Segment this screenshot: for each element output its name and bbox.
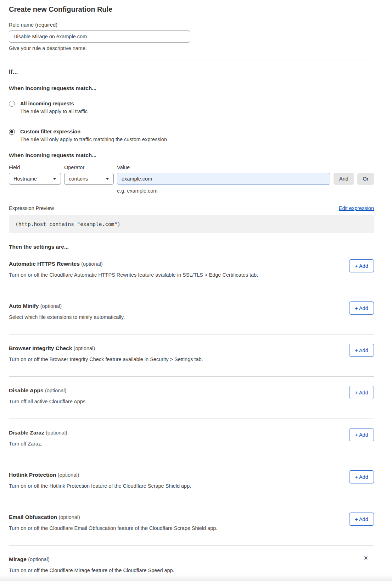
setting-name: Auto Minify xyxy=(9,303,40,309)
create-configuration-rule-form: Create new Configuration Rule Rule name … xyxy=(0,0,392,581)
setting-description: Turn on or off the Browser Integrity Che… xyxy=(9,356,374,363)
match-type-radio-group: All incoming requests The rule will appl… xyxy=(9,100,374,143)
operator-select-value: contains xyxy=(69,176,88,182)
setting-row: Disable Apps (optional) Turn off all act… xyxy=(9,377,374,419)
setting-name: Email Obfuscation xyxy=(9,514,58,520)
chevron-down-icon xyxy=(53,178,56,180)
setting-name: Mirage xyxy=(9,556,28,562)
add-setting-button[interactable]: + Add xyxy=(349,259,374,272)
setting-description: Turn on or off the Cloudflare Automatic … xyxy=(9,272,374,278)
setting-row: Email Obfuscation (optional) Turn on or … xyxy=(9,503,374,546)
expression-preview-code: (http.host contains "example.com") xyxy=(9,215,374,233)
setting-row: Auto Minify (optional) Select which file… xyxy=(9,292,374,334)
edit-expression-link[interactable]: Edit expression xyxy=(339,205,374,211)
radio-button-icon[interactable] xyxy=(9,101,15,107)
rule-name-helper: Give your rule a descriptive name. xyxy=(9,45,374,51)
expression-preview-header: Expression Preview Edit expression xyxy=(9,205,374,211)
setting-row: Browser Integrity Check (optional) Turn … xyxy=(9,334,374,377)
setting-description: Turn on or off the Cloudflare Mirage fea… xyxy=(9,567,374,574)
setting-name: Disable Apps xyxy=(9,387,45,393)
operator-label: Operator xyxy=(64,165,114,170)
setting-optional-suffix: (optional) xyxy=(45,388,66,393)
or-button[interactable]: Or xyxy=(357,173,374,185)
radio-label: Custom filter expression xyxy=(20,128,167,135)
field-select[interactable]: Hostname xyxy=(9,173,61,185)
add-setting-button[interactable]: + Add xyxy=(349,386,374,399)
setting-optional-suffix: (optional) xyxy=(28,557,49,562)
add-setting-button[interactable]: + Add xyxy=(349,301,374,315)
add-setting-button[interactable]: + Add xyxy=(349,513,374,526)
add-setting-button[interactable]: + Add xyxy=(349,344,374,357)
setting-optional-suffix: (optional) xyxy=(40,303,62,309)
and-button[interactable]: And xyxy=(334,173,354,185)
rule-name-label: Rule name (required) xyxy=(9,22,374,28)
settings-heading: Then the settings are... xyxy=(9,244,374,250)
field-label: Field xyxy=(9,165,61,170)
setting-description: Turn off Zaraz. xyxy=(9,441,374,447)
radio-all-incoming-requests[interactable]: All incoming requests The rule will appl… xyxy=(9,100,374,115)
setting-optional-suffix: (optional) xyxy=(58,514,80,520)
setting-description: Turn on or off the Cloudflare Email Obfu… xyxy=(9,525,374,532)
page-title: Create new Configuration Rule xyxy=(9,5,374,14)
setting-row: Hotlink Protection (optional) Turn on or… xyxy=(9,461,374,503)
setting-name: Disable Zaraz xyxy=(9,430,46,436)
section-divider xyxy=(9,61,374,61)
if-heading: If... xyxy=(9,68,374,76)
expression-preview-label: Expression Preview xyxy=(9,205,54,211)
value-helper: e.g. example.com xyxy=(117,188,330,194)
bottom-scroll-fade xyxy=(0,575,392,581)
radio-button-icon[interactable] xyxy=(9,129,15,135)
radio-custom-filter-expression[interactable]: Custom filter expression The rule will o… xyxy=(9,128,374,143)
setting-optional-suffix: (optional) xyxy=(81,261,102,267)
radio-description: The rule will apply to all traffic xyxy=(20,108,88,115)
value-label: Value xyxy=(117,165,330,170)
setting-optional-suffix: (optional) xyxy=(58,472,79,478)
setting-optional-suffix: (optional) xyxy=(74,345,95,351)
add-setting-button[interactable]: + Add xyxy=(349,470,374,483)
radio-label: All incoming requests xyxy=(20,100,88,107)
match-heading: When incoming requests match... xyxy=(9,85,374,92)
radio-description: The rule will only apply to traffic matc… xyxy=(20,136,167,143)
close-icon[interactable]: ✕ xyxy=(363,555,369,562)
setting-name: Hotlink Protection xyxy=(9,472,58,478)
setting-description: Turn off all active Cloudflare Apps. xyxy=(9,398,374,405)
setting-description: Select which file extensions to minify a… xyxy=(9,314,374,321)
setting-row: Disable Zaraz (optional) Turn off Zaraz.… xyxy=(9,419,374,461)
expression-builder: Field Operator Value Hostname contains A… xyxy=(9,165,374,194)
settings-list: Automatic HTTPS Rewrites (optional) Turn… xyxy=(9,250,374,581)
rule-name-input[interactable] xyxy=(9,31,190,43)
setting-description: Turn on or off the Hotlink Protection fe… xyxy=(9,483,374,489)
setting-optional-suffix: (optional) xyxy=(46,430,67,436)
setting-name: Automatic HTTPS Rewrites xyxy=(9,261,81,267)
field-select-value: Hostname xyxy=(13,176,37,182)
setting-row: Automatic HTTPS Rewrites (optional) Turn… xyxy=(9,250,374,292)
value-input[interactable] xyxy=(117,173,330,185)
operator-select[interactable]: contains xyxy=(64,173,114,185)
expression-builder-heading: When incoming requests match... xyxy=(9,152,374,159)
setting-name: Browser Integrity Check xyxy=(9,345,74,351)
add-setting-button[interactable]: + Add xyxy=(349,428,374,441)
chevron-down-icon xyxy=(106,178,109,180)
